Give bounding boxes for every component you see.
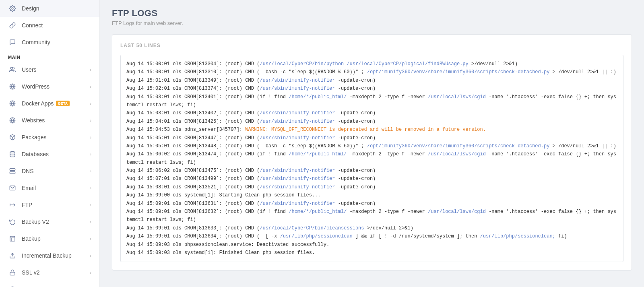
sidebar-item-community[interactable]: Community xyxy=(0,34,99,51)
sidebar-item-ftp[interactable]: FTP › xyxy=(0,196,99,213)
log-line: Aug 14 15:04:01 ols CRON[813425]: (root)… xyxy=(126,118,617,126)
sidebar-item-label: Docker Apps xyxy=(22,100,54,107)
lock2-icon xyxy=(8,285,17,287)
lock-icon xyxy=(8,268,17,277)
sidebar-item-databases[interactable]: Databases › xyxy=(0,146,99,163)
sidebar-item-packages[interactable]: Packages › xyxy=(0,129,99,146)
chevron-right-icon: › xyxy=(90,67,91,72)
dns-icon xyxy=(8,167,17,176)
log-output[interactable]: Aug 14 15:00:01 ols CRON[813304]: (root)… xyxy=(120,55,623,262)
main-section-label: MAIN xyxy=(0,51,99,61)
chevron-right-icon: › xyxy=(90,270,91,275)
log-line: Aug 14 15:00:01 ols CRON[813304]: (root)… xyxy=(126,60,617,68)
log-line: Aug 14 15:06:02 ols CRON[813474]: (root)… xyxy=(126,150,617,167)
sidebar-item-label: Connect xyxy=(22,22,43,29)
chevron-right-icon: › xyxy=(90,118,91,123)
sidebar-item-label: Email xyxy=(22,185,36,191)
chevron-right-icon: › xyxy=(90,186,91,190)
chevron-right-icon: › xyxy=(90,135,91,140)
sidebar-item-wordpress[interactable]: WordPress › xyxy=(0,78,99,95)
log-line: Aug 14 15:05:01 ols CRON[813447]: (root)… xyxy=(126,134,617,142)
log-line: Aug 14 15:05:01 ols CRON[813448]: (root)… xyxy=(126,142,617,150)
users-icon xyxy=(8,65,17,74)
sidebar-item-incremental-backup[interactable]: Incremental Backup › xyxy=(0,247,99,264)
main-content: FTP LOGS FTP Logs for main web server. L… xyxy=(100,0,644,287)
gear-icon xyxy=(8,4,17,13)
beta-badge: BETA xyxy=(56,101,70,106)
chevron-right-icon: › xyxy=(90,202,91,207)
sidebar-item-label: Community xyxy=(22,39,50,45)
globe-icon xyxy=(8,99,17,108)
sidebar-item-docker-apps[interactable]: Docker Apps BETA › xyxy=(0,95,99,112)
sidebar-item-label: Design xyxy=(22,5,39,12)
svg-point-0 xyxy=(12,8,13,9)
svg-rect-10 xyxy=(10,171,15,173)
wordpress-icon xyxy=(8,82,17,91)
sidebar-item-ssl-v2[interactable]: SSL v2 › xyxy=(0,264,99,281)
svg-rect-14 xyxy=(10,236,15,241)
chevron-right-icon: › xyxy=(90,236,91,241)
sidebar: Design Connect Community MAIN Users › Wo… xyxy=(0,0,100,287)
svg-rect-9 xyxy=(10,168,15,170)
log-line: Aug 14 15:08:01 ols CRON[813521]: (root)… xyxy=(126,183,617,191)
sidebar-item-connect[interactable]: Connect xyxy=(0,17,99,34)
log-line: Aug 14 15:06:02 ols CRON[813475]: (root)… xyxy=(126,167,617,175)
backup-icon xyxy=(8,217,17,226)
log-line: Aug 14 15:02:01 ols CRON[813374]: (root)… xyxy=(126,85,617,93)
page-header: FTP LOGS FTP Logs for main web server. xyxy=(112,8,632,26)
log-line: Aug 14 15:09:03 ols systemd[1]: Finished… xyxy=(126,249,617,257)
sidebar-item-label: Backup V2 xyxy=(22,219,49,225)
link-icon xyxy=(8,21,17,30)
sidebar-item-dns[interactable]: DNS › xyxy=(0,163,99,180)
svg-rect-16 xyxy=(10,272,15,275)
backup2-icon xyxy=(8,234,17,243)
sidebar-item-label: Packages xyxy=(22,134,46,140)
sidebar-item-label: Users xyxy=(22,66,37,73)
chevron-right-icon: › xyxy=(90,152,91,157)
chevron-right-icon: › xyxy=(90,169,91,173)
sidebar-item-email[interactable]: Email › xyxy=(0,180,99,196)
sidebar-item-backup-v2[interactable]: Backup V2 › xyxy=(0,213,99,230)
sidebar-item-label: Websites xyxy=(22,117,45,124)
page-subtitle: FTP Logs for main web server. xyxy=(112,20,632,26)
chevron-right-icon: › xyxy=(90,253,91,258)
log-line: Aug 14 15:09:01 ols CRON[813634]: (root)… xyxy=(126,232,617,240)
databases-icon xyxy=(8,150,17,159)
svg-point-1 xyxy=(10,67,12,69)
chevron-right-icon: › xyxy=(90,219,91,224)
sidebar-item-label: FTP xyxy=(22,202,32,208)
log-line: Aug 14 15:09:03 ols phpsessionclean.serv… xyxy=(126,241,617,249)
email-icon xyxy=(8,184,17,192)
globe2-icon xyxy=(8,116,17,125)
log-line: Aug 14 15:09:00 ols systemd[1]: Starting… xyxy=(126,191,617,199)
chevron-right-icon: › xyxy=(90,101,91,106)
sidebar-item-label: Backup xyxy=(22,235,41,242)
sidebar-item-users[interactable]: Users › xyxy=(0,61,99,78)
sidebar-item-ssl[interactable]: SSL › xyxy=(0,281,99,287)
sidebar-item-label: Databases xyxy=(22,151,49,157)
sidebar-item-design[interactable]: Design xyxy=(0,0,99,17)
sidebar-item-backup[interactable]: Backup › xyxy=(0,230,99,247)
packages-icon xyxy=(8,133,17,142)
sidebar-item-label: DNS xyxy=(22,168,34,174)
inc-backup-icon xyxy=(8,251,17,260)
log-line: Aug 14 15:03:01 ols CRON[813401]: (root)… xyxy=(126,93,617,109)
sidebar-item-websites[interactable]: Websites › xyxy=(0,112,99,129)
log-line: Aug 14 15:09:01 ols CRON[813632]: (root)… xyxy=(126,208,617,224)
ftp-icon xyxy=(8,200,17,209)
log-line: Aug 14 15:03:01 ols CRON[813402]: (root)… xyxy=(126,109,617,117)
page-title: FTP LOGS xyxy=(112,8,632,19)
log-line: Aug 14 15:09:01 ols CRON[813631]: (root)… xyxy=(126,200,617,208)
sidebar-item-label: SSL v2 xyxy=(22,269,40,276)
log-line: Aug 14 15:09:01 ols CRON[813633]: (root)… xyxy=(126,224,617,232)
log-line: Aug 14 15:01:01 ols CRON[813349]: (root)… xyxy=(126,76,617,85)
log-container: LAST 50 LINES Aug 14 15:00:01 ols CRON[8… xyxy=(112,34,632,270)
chevron-right-icon: › xyxy=(90,84,91,89)
log-line: Aug 14 15:00:01 ols CRON[813310]: (root)… xyxy=(126,68,617,76)
sidebar-item-label: WordPress xyxy=(22,83,50,90)
log-section-title: LAST 50 LINES xyxy=(120,43,623,48)
sidebar-item-label: Incremental Backup xyxy=(22,252,72,259)
log-line: Aug 14 15:04:53 ols pdns_server[345707]:… xyxy=(126,126,617,134)
svg-point-8 xyxy=(10,151,15,153)
log-line: Aug 14 15:07:01 ols CRON[813499]: (root)… xyxy=(126,175,617,183)
